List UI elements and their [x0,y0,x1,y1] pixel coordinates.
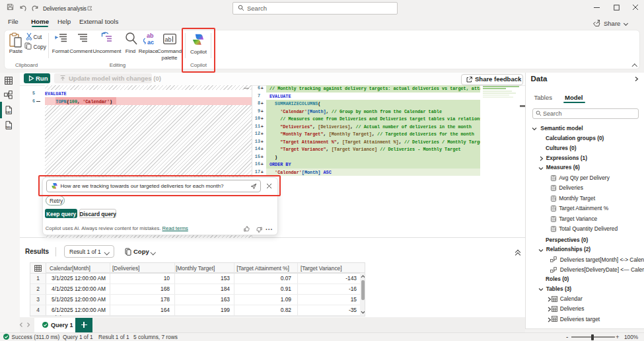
svg-text:ac: ac [147,39,154,46]
svg-text:ab: ab [147,32,154,39]
svg-text:TMDL: TMDL [5,126,11,129]
svg-text:DAX: DAX [5,111,11,114]
svg-text:ab: ab [165,36,172,43]
